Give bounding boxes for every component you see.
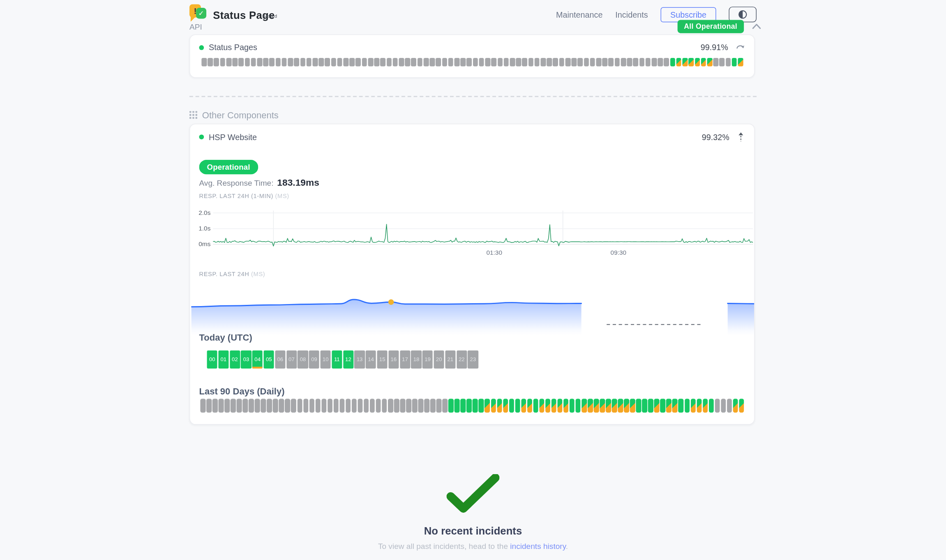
- refresh-icon[interactable]: [736, 44, 745, 51]
- uptime-bar[interactable]: [695, 58, 700, 67]
- uptime-day[interactable]: [636, 399, 641, 413]
- hour-block[interactable]: 12: [343, 350, 353, 369]
- uptime-day[interactable]: [527, 399, 533, 413]
- uptime-day[interactable]: [545, 399, 551, 413]
- uptime-bar[interactable]: [652, 58, 657, 67]
- hour-block[interactable]: 03: [241, 350, 251, 369]
- incidents-history-link[interactable]: incidents history: [510, 542, 565, 551]
- hour-block[interactable]: 02: [230, 350, 240, 369]
- hour-block[interactable]: 01: [218, 350, 228, 369]
- nav-maintenance[interactable]: Maintenance: [556, 10, 603, 19]
- hour-block[interactable]: 11: [332, 350, 342, 369]
- uptime-day[interactable]: [697, 399, 702, 413]
- uptime-bar[interactable]: [670, 58, 676, 67]
- uptime-bar[interactable]: [454, 58, 459, 67]
- uptime-day[interactable]: [376, 399, 381, 413]
- uptime-bar[interactable]: [201, 58, 207, 67]
- uptime-day[interactable]: [672, 399, 678, 413]
- uptime-day[interactable]: [394, 399, 399, 413]
- hour-block[interactable]: 19: [422, 350, 433, 369]
- uptime-bar[interactable]: [491, 58, 496, 67]
- hour-block[interactable]: 13: [354, 350, 365, 369]
- uptime-bar[interactable]: [312, 58, 318, 67]
- hour-block[interactable]: 00: [207, 350, 217, 369]
- uptime-day[interactable]: [551, 399, 557, 413]
- uptime-bar[interactable]: [497, 58, 503, 67]
- uptime-bar[interactable]: [300, 58, 305, 67]
- uptime-day[interactable]: [328, 399, 333, 413]
- uptime-bar[interactable]: [368, 58, 373, 67]
- uptime-day[interactable]: [690, 399, 696, 413]
- uptime-day[interactable]: [455, 399, 460, 413]
- uptime-day[interactable]: [200, 399, 205, 413]
- hour-block[interactable]: 17: [400, 350, 410, 369]
- uptime-bar[interactable]: [707, 58, 713, 67]
- uptime-bar[interactable]: [417, 58, 422, 67]
- uptime-day[interactable]: [630, 399, 635, 413]
- hour-block[interactable]: 10: [321, 350, 331, 369]
- uptime-day[interactable]: [303, 399, 309, 413]
- uptime-day[interactable]: [594, 399, 599, 413]
- uptime-bar[interactable]: [571, 58, 577, 67]
- uptime-day[interactable]: [370, 399, 375, 413]
- uptime-day[interactable]: [412, 399, 418, 413]
- uptime-bar[interactable]: [738, 58, 743, 67]
- uptime-bar[interactable]: [485, 58, 490, 67]
- uptime-bar[interactable]: [436, 58, 441, 67]
- response-time-area-chart[interactable]: [191, 282, 754, 338]
- uptime-day[interactable]: [255, 399, 260, 413]
- uptime-bar[interactable]: [602, 58, 607, 67]
- uptime-bar[interactable]: [245, 58, 250, 67]
- uptime-day[interactable]: [352, 399, 357, 413]
- hour-block[interactable]: 14: [366, 350, 376, 369]
- uptime-day[interactable]: [436, 399, 442, 413]
- uptime-day[interactable]: [430, 399, 436, 413]
- uptime-day[interactable]: [358, 399, 363, 413]
- hour-block[interactable]: 15: [377, 350, 387, 369]
- uptime-day[interactable]: [654, 399, 660, 413]
- uptime-bar[interactable]: [349, 58, 355, 67]
- uptime-day[interactable]: [249, 399, 254, 413]
- uptime-bar[interactable]: [386, 58, 392, 67]
- uptime-day[interactable]: [642, 399, 647, 413]
- uptime-day[interactable]: [261, 399, 266, 413]
- uptime-day[interactable]: [521, 399, 526, 413]
- uptime-day[interactable]: [678, 399, 684, 413]
- uptime-day[interactable]: [503, 399, 508, 413]
- uptime-bar[interactable]: [442, 58, 447, 67]
- uptime-bar[interactable]: [646, 58, 651, 67]
- uptime-day[interactable]: [485, 399, 490, 413]
- uptime-day[interactable]: [206, 399, 212, 413]
- uptime-bar[interactable]: [275, 58, 281, 67]
- hour-block[interactable]: 06: [275, 350, 285, 369]
- uptime-day[interactable]: [648, 399, 653, 413]
- uptime-bar[interactable]: [639, 58, 645, 67]
- uptime-bar[interactable]: [522, 58, 527, 67]
- uptime-day[interactable]: [666, 399, 671, 413]
- uptime-bar[interactable]: [220, 58, 225, 67]
- uptime-day[interactable]: [237, 399, 242, 413]
- uptime-bar[interactable]: [627, 58, 632, 67]
- uptime-bar[interactable]: [547, 58, 552, 67]
- uptime-bar[interactable]: [362, 58, 367, 67]
- uptime-day[interactable]: [424, 399, 429, 413]
- hour-block[interactable]: 05: [264, 350, 274, 369]
- uptime-day[interactable]: [557, 399, 563, 413]
- uptime-day[interactable]: [339, 399, 345, 413]
- collapse-section-button[interactable]: [750, 21, 762, 32]
- uptime-bar[interactable]: [732, 58, 737, 67]
- uptime-bar[interactable]: [343, 58, 348, 67]
- uptime-day[interactable]: [612, 399, 617, 413]
- hour-block[interactable]: 07: [286, 350, 297, 369]
- hour-block[interactable]: 08: [298, 350, 308, 369]
- uptime-day[interactable]: [364, 399, 369, 413]
- uptime-bar[interactable]: [577, 58, 583, 67]
- uptime-day[interactable]: [346, 399, 351, 413]
- uptime-day[interactable]: [479, 399, 484, 413]
- uptime-bar[interactable]: [701, 58, 706, 67]
- uptime-bar[interactable]: [466, 58, 472, 67]
- uptime-day[interactable]: [279, 399, 284, 413]
- uptime-bar[interactable]: [405, 58, 410, 67]
- uptime-day[interactable]: [466, 399, 472, 413]
- uptime-bar[interactable]: [208, 58, 213, 67]
